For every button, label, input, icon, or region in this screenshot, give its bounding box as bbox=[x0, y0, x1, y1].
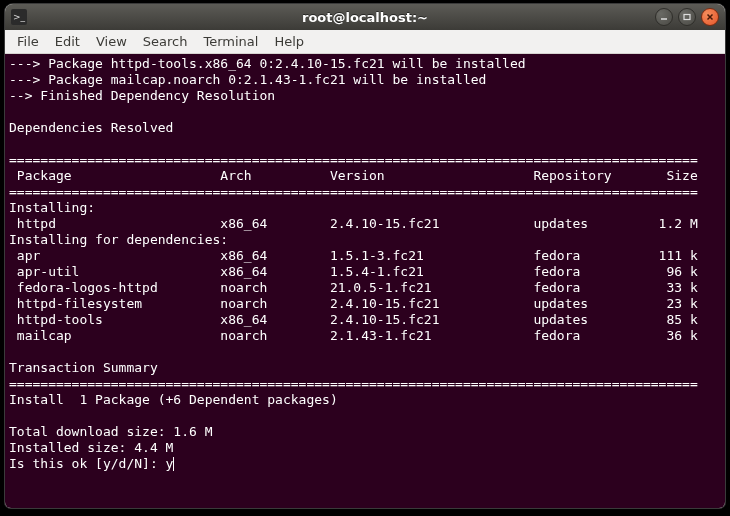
maximize-button[interactable] bbox=[678, 8, 696, 26]
terminal-app-icon: >_ bbox=[11, 9, 27, 25]
menu-terminal[interactable]: Terminal bbox=[195, 32, 266, 51]
menu-edit[interactable]: Edit bbox=[47, 32, 88, 51]
minimize-button[interactable] bbox=[655, 8, 673, 26]
terminal-cursor bbox=[173, 457, 174, 471]
titlebar: >_ root@localhost:~ bbox=[5, 4, 725, 30]
menu-file[interactable]: File bbox=[9, 32, 47, 51]
menu-view[interactable]: View bbox=[88, 32, 135, 51]
close-button[interactable] bbox=[701, 8, 719, 26]
window-title: root@localhost:~ bbox=[5, 10, 725, 25]
menu-search[interactable]: Search bbox=[135, 32, 196, 51]
window-controls bbox=[655, 8, 719, 26]
svg-rect-0 bbox=[684, 15, 690, 20]
menu-help[interactable]: Help bbox=[266, 32, 312, 51]
menubar: File Edit View Search Terminal Help bbox=[5, 30, 725, 54]
terminal-output[interactable]: ---> Package httpd-tools.x86_64 0:2.4.10… bbox=[5, 54, 725, 508]
terminal-window: >_ root@localhost:~ File Edit View Searc… bbox=[5, 4, 725, 508]
